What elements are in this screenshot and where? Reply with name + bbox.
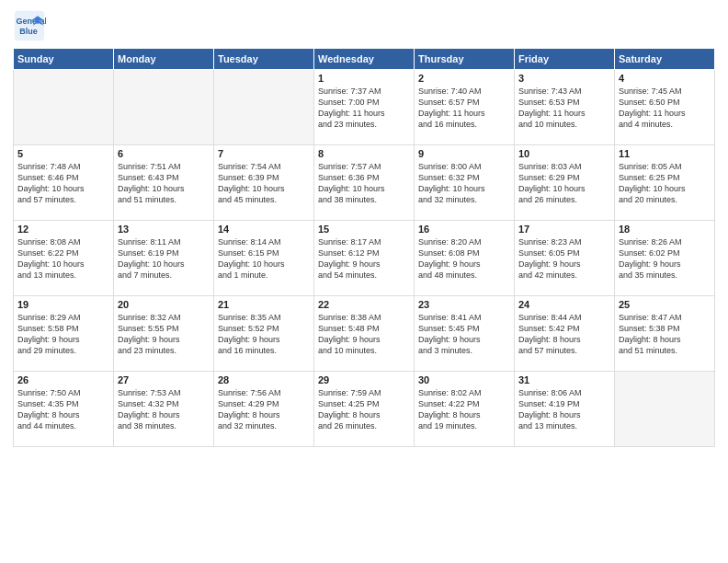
day-info: Sunrise: 8:29 AM Sunset: 5:58 PM Dayligh… <box>17 312 109 357</box>
day-number: 5 <box>17 148 109 159</box>
day-number: 4 <box>619 73 711 84</box>
day-info: Sunrise: 7:48 AM Sunset: 6:46 PM Dayligh… <box>17 161 109 206</box>
svg-text:General: General <box>17 17 46 26</box>
day-info: Sunrise: 7:59 AM Sunset: 4:25 PM Dayligh… <box>318 387 410 432</box>
calendar-cell <box>214 70 314 145</box>
weekday-header-wednesday: Wednesday <box>314 49 415 70</box>
week-row-4: 26Sunrise: 7:50 AM Sunset: 4:35 PM Dayli… <box>14 372 715 447</box>
day-number: 22 <box>318 299 410 310</box>
day-number: 10 <box>518 148 610 159</box>
header: General Blue <box>13 9 715 42</box>
weekday-header-saturday: Saturday <box>615 49 715 70</box>
day-number: 26 <box>17 374 109 385</box>
week-row-2: 12Sunrise: 8:08 AM Sunset: 6:22 PM Dayli… <box>14 221 715 296</box>
day-info: Sunrise: 8:35 AM Sunset: 5:52 PM Dayligh… <box>218 312 310 357</box>
day-info: Sunrise: 8:38 AM Sunset: 5:48 PM Dayligh… <box>318 312 410 357</box>
day-info: Sunrise: 8:44 AM Sunset: 5:42 PM Dayligh… <box>518 312 610 357</box>
day-info: Sunrise: 7:37 AM Sunset: 7:00 PM Dayligh… <box>318 86 410 131</box>
calendar-table: SundayMondayTuesdayWednesdayThursdayFrid… <box>13 48 715 447</box>
day-info: Sunrise: 8:20 AM Sunset: 6:08 PM Dayligh… <box>418 236 510 282</box>
day-info: Sunrise: 8:47 AM Sunset: 5:38 PM Dayligh… <box>619 312 711 357</box>
day-info: Sunrise: 8:32 AM Sunset: 5:55 PM Dayligh… <box>118 312 210 357</box>
svg-text:Blue: Blue <box>19 27 38 36</box>
day-info: Sunrise: 8:17 AM Sunset: 6:12 PM Dayligh… <box>318 236 410 282</box>
day-number: 25 <box>619 299 711 310</box>
day-info: Sunrise: 7:51 AM Sunset: 6:43 PM Dayligh… <box>118 161 210 206</box>
calendar-cell: 19Sunrise: 8:29 AM Sunset: 5:58 PM Dayli… <box>14 296 114 372</box>
day-info: Sunrise: 8:11 AM Sunset: 6:19 PM Dayligh… <box>118 236 210 282</box>
calendar-cell: 17Sunrise: 8:23 AM Sunset: 6:05 PM Dayli… <box>515 221 615 296</box>
week-row-3: 19Sunrise: 8:29 AM Sunset: 5:58 PM Dayli… <box>14 296 715 372</box>
calendar-cell: 21Sunrise: 8:35 AM Sunset: 5:52 PM Dayli… <box>214 296 314 372</box>
calendar-cell: 10Sunrise: 8:03 AM Sunset: 6:29 PM Dayli… <box>515 145 615 221</box>
logo-icon: General Blue <box>13 9 46 42</box>
day-info: Sunrise: 8:26 AM Sunset: 6:02 PM Dayligh… <box>619 236 711 282</box>
day-number: 24 <box>518 299 610 310</box>
calendar-cell: 4Sunrise: 7:45 AM Sunset: 6:50 PM Daylig… <box>615 70 715 145</box>
calendar-cell: 11Sunrise: 8:05 AM Sunset: 6:25 PM Dayli… <box>615 145 715 221</box>
calendar-cell: 5Sunrise: 7:48 AM Sunset: 6:46 PM Daylig… <box>14 145 114 221</box>
calendar-cell: 15Sunrise: 8:17 AM Sunset: 6:12 PM Dayli… <box>314 221 415 296</box>
week-row-1: 5Sunrise: 7:48 AM Sunset: 6:46 PM Daylig… <box>14 145 715 221</box>
day-info: Sunrise: 8:14 AM Sunset: 6:15 PM Dayligh… <box>218 236 310 282</box>
page: General Blue SundayMondayTuesdayWednesda… <box>0 0 728 563</box>
calendar-cell: 31Sunrise: 8:06 AM Sunset: 4:19 PM Dayli… <box>515 372 615 447</box>
calendar-cell: 9Sunrise: 8:00 AM Sunset: 6:32 PM Daylig… <box>415 145 515 221</box>
day-info: Sunrise: 7:57 AM Sunset: 6:36 PM Dayligh… <box>318 161 410 206</box>
day-number: 27 <box>118 374 210 385</box>
weekday-header-sunday: Sunday <box>14 49 114 70</box>
day-number: 7 <box>218 148 310 159</box>
day-number: 30 <box>418 374 510 385</box>
day-info: Sunrise: 8:00 AM Sunset: 6:32 PM Dayligh… <box>418 161 510 206</box>
day-number: 31 <box>518 374 610 385</box>
calendar-cell: 25Sunrise: 8:47 AM Sunset: 5:38 PM Dayli… <box>615 296 715 372</box>
day-number: 23 <box>418 299 510 310</box>
logo: General Blue <box>13 9 50 42</box>
day-info: Sunrise: 8:41 AM Sunset: 5:45 PM Dayligh… <box>418 312 510 357</box>
day-number: 21 <box>218 299 310 310</box>
day-number: 17 <box>518 224 610 235</box>
day-info: Sunrise: 7:50 AM Sunset: 4:35 PM Dayligh… <box>17 387 109 432</box>
calendar-cell: 13Sunrise: 8:11 AM Sunset: 6:19 PM Dayli… <box>114 221 214 296</box>
calendar-cell: 8Sunrise: 7:57 AM Sunset: 6:36 PM Daylig… <box>314 145 415 221</box>
weekday-header-thursday: Thursday <box>415 49 515 70</box>
day-info: Sunrise: 8:05 AM Sunset: 6:25 PM Dayligh… <box>619 161 711 206</box>
day-info: Sunrise: 8:06 AM Sunset: 4:19 PM Dayligh… <box>518 387 610 432</box>
calendar-cell: 2Sunrise: 7:40 AM Sunset: 6:57 PM Daylig… <box>415 70 515 145</box>
calendar-cell: 14Sunrise: 8:14 AM Sunset: 6:15 PM Dayli… <box>214 221 314 296</box>
day-number: 15 <box>318 224 410 235</box>
weekday-header-monday: Monday <box>114 49 214 70</box>
calendar-cell: 1Sunrise: 7:37 AM Sunset: 7:00 PM Daylig… <box>314 70 415 145</box>
calendar-cell <box>14 70 114 145</box>
calendar-cell <box>114 70 214 145</box>
day-number: 28 <box>218 374 310 385</box>
calendar-cell: 27Sunrise: 7:53 AM Sunset: 4:32 PM Dayli… <box>114 372 214 447</box>
calendar-cell: 3Sunrise: 7:43 AM Sunset: 6:53 PM Daylig… <box>515 70 615 145</box>
calendar-cell: 23Sunrise: 8:41 AM Sunset: 5:45 PM Dayli… <box>415 296 515 372</box>
day-info: Sunrise: 8:03 AM Sunset: 6:29 PM Dayligh… <box>518 161 610 206</box>
calendar-cell: 20Sunrise: 8:32 AM Sunset: 5:55 PM Dayli… <box>114 296 214 372</box>
day-number: 11 <box>619 148 711 159</box>
day-info: Sunrise: 8:08 AM Sunset: 6:22 PM Dayligh… <box>17 236 109 282</box>
day-number: 3 <box>518 73 610 84</box>
day-number: 6 <box>118 148 210 159</box>
day-info: Sunrise: 7:45 AM Sunset: 6:50 PM Dayligh… <box>619 86 711 131</box>
day-info: Sunrise: 8:23 AM Sunset: 6:05 PM Dayligh… <box>518 236 610 282</box>
day-info: Sunrise: 7:54 AM Sunset: 6:39 PM Dayligh… <box>218 161 310 206</box>
calendar-cell: 28Sunrise: 7:56 AM Sunset: 4:29 PM Dayli… <box>214 372 314 447</box>
calendar-cell: 16Sunrise: 8:20 AM Sunset: 6:08 PM Dayli… <box>415 221 515 296</box>
calendar-cell: 29Sunrise: 7:59 AM Sunset: 4:25 PM Dayli… <box>314 372 415 447</box>
day-info: Sunrise: 7:40 AM Sunset: 6:57 PM Dayligh… <box>418 86 510 131</box>
calendar-cell: 30Sunrise: 8:02 AM Sunset: 4:22 PM Dayli… <box>415 372 515 447</box>
calendar-cell: 18Sunrise: 8:26 AM Sunset: 6:02 PM Dayli… <box>615 221 715 296</box>
calendar-cell: 6Sunrise: 7:51 AM Sunset: 6:43 PM Daylig… <box>114 145 214 221</box>
calendar-cell: 12Sunrise: 8:08 AM Sunset: 6:22 PM Dayli… <box>14 221 114 296</box>
day-number: 1 <box>318 73 410 84</box>
day-info: Sunrise: 8:02 AM Sunset: 4:22 PM Dayligh… <box>418 387 510 432</box>
day-info: Sunrise: 7:53 AM Sunset: 4:32 PM Dayligh… <box>118 387 210 432</box>
day-info: Sunrise: 7:43 AM Sunset: 6:53 PM Dayligh… <box>518 86 610 131</box>
weekday-header-row: SundayMondayTuesdayWednesdayThursdayFrid… <box>14 49 715 70</box>
day-number: 13 <box>118 224 210 235</box>
day-info: Sunrise: 7:56 AM Sunset: 4:29 PM Dayligh… <box>218 387 310 432</box>
calendar-cell: 7Sunrise: 7:54 AM Sunset: 6:39 PM Daylig… <box>214 145 314 221</box>
